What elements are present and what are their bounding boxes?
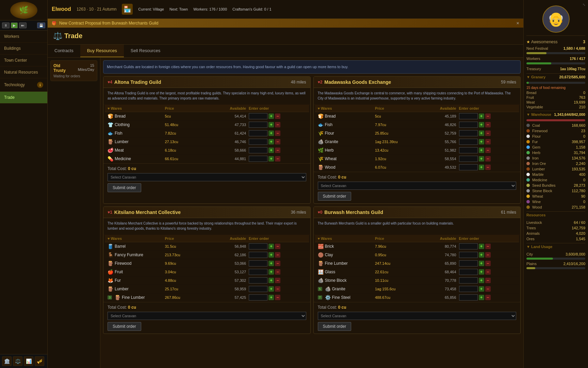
save-button[interactable]: 💾 [37, 22, 45, 28]
submit-order-altona[interactable]: Submit order [108, 183, 141, 192]
sidebar-item-buildings[interactable]: Buildings [0, 43, 47, 55]
warehouse-item: Stone Block112,780 [526, 188, 585, 194]
notification-close[interactable]: ✕ [516, 21, 519, 26]
land-city-row: City3,600/8,000 [526, 251, 585, 257]
total-cost-altona: Total Cost: 0 cu [108, 166, 306, 171]
caravan-select-burwash[interactable]: Select Caravan [318, 312, 517, 320]
warehouse-item: Marble400 [526, 172, 585, 177]
table-row: 🛢️Barrel31.5cu56,848+− [105, 242, 309, 251]
guild-table-altona: ♥ Wares Price Available Enter order 🍞Bre… [103, 105, 310, 163]
table-row: 👕Clothing51.48cu47,733+− [105, 121, 309, 129]
granary-header[interactable]: ▼ Granary 20,672/585,600 [526, 73, 585, 80]
warehouse-item: Fur398,957 [526, 139, 585, 144]
table-row: 🧱Brick7.96cu80,774+− [315, 242, 519, 251]
submit-order-madawaska[interactable]: Submit order [318, 192, 352, 201]
top-bar: Elwood 1263 · 10 · 21 Autumn 🏪 Current: … [48, 0, 523, 19]
table-row: 🪵Fine Lumber247.14cu65,890+− [315, 259, 519, 268]
warehouse-item: Gem1,158 [526, 144, 585, 150]
bottom-icon-2[interactable]: 📊 [24, 356, 33, 366]
bottom-icon-bar: 🏛️ ⚖️ 📊 🎺 [0, 354, 47, 368]
guild-icon: 🏪 [122, 4, 133, 15]
play-button[interactable]: ▶ [11, 22, 18, 28]
land-usage-header[interactable]: ▼ Land Usage [526, 243, 585, 250]
tab-sell-resources[interactable]: Sell Resources [124, 45, 167, 57]
warehouse-item: Firewood23 [526, 128, 585, 134]
warehouse-header[interactable]: ▼ Warehouse 1,343,644/842,000 [526, 111, 585, 118]
warehouse-item: Iron Ore2,240 [526, 161, 585, 166]
guilds-grid: Merchant Guilds are located in foreign c… [100, 58, 523, 368]
land-plains-row: Plains2,410/16,200 [526, 261, 585, 266]
warehouse-item: Wheat90 [526, 194, 585, 199]
trade-area: Old Trusty 15 Miles/Day Waiting for orde… [48, 58, 523, 368]
sidebar-item-natural-resources[interactable]: Natural Resources [0, 66, 47, 78]
sidebar-item-trade[interactable]: Trade [0, 92, 47, 104]
table-row: 🌿Herb13.42cu51,982+− [315, 146, 519, 155]
resources-header: Resources [526, 211, 585, 218]
main-content: Elwood 1263 · 10 · 21 Autumn 🏪 Current: … [48, 0, 523, 368]
bottom-icon-0[interactable]: 🏛️ [2, 356, 12, 366]
city-name: Elwood [52, 6, 71, 12]
table-row: 🟤Clay0.95cu74,780+− [315, 251, 519, 259]
caravan-select-madawaska[interactable]: Select Caravan [318, 182, 517, 190]
avatar-area: 👴 [526, 3, 585, 36]
next-festival-row: Next Festival 1,580 / 4,688 [526, 45, 585, 51]
notification-icon: 🎁 [52, 21, 56, 26]
awesomeness-row: ★ Awesomeness 3 [526, 39, 585, 45]
tab-contracts[interactable]: Contracts [48, 45, 80, 57]
fast-forward-button[interactable]: ⏭ [19, 22, 27, 28]
sidebar-item-technology[interactable]: Technology ℹ [0, 78, 47, 92]
guild-footer-madawaska: Total Cost: 0 cu Select Caravan Submit o… [314, 172, 521, 203]
resource-livestock: Livestock64 / 60 [526, 220, 585, 225]
land-plains-bar [526, 267, 585, 269]
warehouse-item: Iron134,576 [526, 155, 585, 161]
sidebar-item-workers[interactable]: Workers [0, 31, 47, 43]
pause-button[interactable]: ⏸ [2, 22, 10, 28]
table-row: 🪵Wood6.07cu49,532+− [315, 163, 519, 172]
total-cost-madawaska: Total Cost: 0 cu [318, 175, 517, 180]
left-sidebar: 🌿 ⏸ ▶ ⏭ 💾 Workers Buildings Town Center … [0, 0, 48, 368]
trade-header: ⚖️ Trade [48, 28, 523, 45]
table-row: 🪵Lumber25.17cu58,959+− [105, 285, 309, 293]
warehouse-item: Wine0 [526, 199, 585, 204]
food-vegetable: Vegetable210 [526, 105, 585, 109]
nav-menu: Workers Buildings Town Center Natural Re… [0, 31, 47, 354]
resize-handle: ⤡ [583, 3, 585, 6]
total-cost-kitsilano: Total Cost: 0 cu [108, 305, 306, 310]
food-fruit: Fruit763 [526, 95, 585, 100]
table-row: 🪑Fancy Furniture213.73cu62,186+− [105, 251, 309, 259]
guild-header-madawaska: ♥2 Madawaska Goods Exchange 59 miles [314, 77, 521, 88]
guild-card-altona: ♥4 Altona Trading Guild 48 miles The Alt… [103, 76, 311, 204]
land-city-bar [526, 258, 585, 260]
bottom-icon-1[interactable]: ⚖️ [13, 356, 22, 366]
workers-row: Workers 176 / 417 [526, 56, 585, 62]
caravan-select-altona[interactable]: Select Caravan [108, 173, 306, 181]
warehouse-items: Coal168,660Firewood23Flour0Fur398,957Gem… [526, 123, 585, 210]
caravan-panel: Old Trusty 15 Miles/Day Waiting for orde… [48, 58, 100, 368]
table-row: 3🪵Fine Lumber267.86cu57,425+− [105, 293, 309, 302]
table-row: 🪵Firewood9.69cu53,066+− [105, 259, 309, 268]
right-sidebar: ⤡ 👴 ★ Awesomeness 3 Next Festival 1,580 … [523, 0, 588, 368]
table-row: 🦊Fur4.88cu57,302+− [105, 276, 309, 285]
notification-text: New Contract Proposal from Burwash Merch… [59, 21, 158, 26]
bottom-icon-3[interactable]: 🎺 [35, 356, 44, 366]
resource-trees: Trees142,759 [526, 225, 585, 231]
caravan-item[interactable]: Old Trusty 15 Miles/Day Waiting for orde… [50, 60, 97, 81]
caravan-speed: 15 Miles/Day [73, 63, 94, 73]
notification-bar[interactable]: 🎁 New Contract Proposal from Burwash Mer… [48, 19, 523, 28]
warehouse-item: Herb31,794 [526, 150, 585, 155]
technology-badge: ℹ [37, 82, 43, 88]
caravan-select-kitsilano[interactable]: Select Caravan [108, 312, 306, 320]
workers-bar [526, 62, 585, 64]
warehouse-item: Flour0 [526, 134, 585, 139]
sidebar-item-town-center[interactable]: Town Center [0, 55, 47, 66]
table-row: 🪨Stone Block10.11cu70,778+− [315, 276, 519, 285]
submit-order-kitsilano[interactable]: Submit order [108, 322, 141, 331]
guilds-2col: ♥4 Altona Trading Guild 48 miles The Alt… [103, 76, 521, 334]
tab-buy-resources[interactable]: Buy Resources [80, 45, 124, 57]
date-display: 1263 · 10 · 21 Autumn [77, 7, 116, 12]
guild-footer-burwash: Total Cost: 0 cu Select Caravan Submit o… [314, 302, 521, 334]
guild-card-burwash: ♥0 Burwash Merchants Guild 61 miles The … [313, 206, 521, 334]
submit-order-burwash[interactable]: Submit order [318, 322, 352, 331]
playback-controls: ⏸ ▶ ⏭ 💾 [0, 20, 47, 31]
warehouse-item: Wood271,158 [526, 204, 585, 210]
